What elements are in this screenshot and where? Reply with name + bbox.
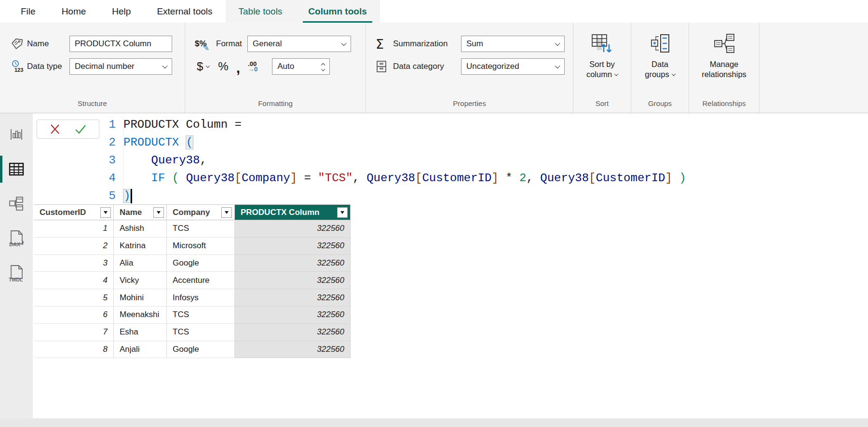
code-token [123,154,151,167]
currency-format-button[interactable]: $ [197,60,203,73]
column-header-productx-column[interactable]: PRODUCTX Column [235,205,351,220]
tab-table-tools[interactable]: Table tools [226,0,296,23]
table-row[interactable]: 5MohiniInfosys322560 [34,289,351,307]
summarization-label: Summarization [393,39,461,49]
table-cell[interactable]: Microsoft [167,238,235,255]
table-cell[interactable]: TCS [167,307,235,324]
table-cell[interactable]: Katrina [114,238,167,255]
table-cell[interactable]: Mohini [114,289,167,307]
code-token: Query38 [540,172,589,185]
data-category-dropdown[interactable]: Uncategorized [461,58,565,75]
table-cell[interactable]: 322560 [235,220,351,238]
percent-format-button[interactable]: % [218,60,228,73]
table-cell[interactable]: Accenture [167,272,235,289]
ribbon-group-groups: Data groups Groups [631,23,689,113]
table-cell[interactable]: 1 [34,220,114,238]
table-header-row: CustomerID Name Company PRODUCTX Column [34,205,351,220]
table-cell[interactable]: Vicky [114,272,167,289]
formula-line[interactable]: 3 Query38, [99,151,868,169]
table-cell[interactable]: 3 [34,255,114,272]
name-tag-icon [11,38,27,50]
column-header-company[interactable]: Company [167,205,235,220]
decimal-places-icon[interactable]: .00 →0 [248,61,258,72]
commit-formula-button[interactable] [74,123,87,135]
table-cell[interactable]: 322560 [235,324,351,341]
table-cell[interactable]: 322560 [235,307,351,324]
column-header-name[interactable]: Name [114,205,167,220]
cancel-formula-button[interactable] [49,123,61,135]
table-cell[interactable]: Ashish [114,220,167,238]
code-token: Company [242,172,290,185]
table-row[interactable]: 3AliaGoogle322560 [34,255,351,272]
column-name-input[interactable] [69,36,172,52]
filter-button[interactable] [100,207,111,218]
table-cell[interactable]: TCS [167,220,235,238]
table-cell[interactable]: 8 [34,341,114,359]
table-cell[interactable]: 322560 [235,289,351,307]
decimal-places-spinner[interactable]: Auto [272,58,330,75]
tmdl-view-icon: TMDL [7,264,26,283]
sort-by-column-button[interactable]: Sort by column [573,31,631,80]
currency-chevron-icon[interactable] [206,64,210,67]
tmdl-view-button[interactable]: TMDL [0,263,33,284]
ribbon-group-formatting: $% ✎ Format General $ % , .00 →0 Auto [185,23,366,113]
formula-line[interactable]: 1PRODUCTX Column = [99,116,868,133]
table-cell[interactable]: 322560 [235,238,351,255]
table-cell[interactable]: 322560 [235,341,351,359]
table-cell[interactable]: Alia [114,255,167,272]
table-cell[interactable]: 2 [34,238,114,255]
table-cell[interactable]: Esha [114,324,167,341]
code-token: * [499,172,519,185]
code-token: Query38 [366,172,415,185]
table-cell[interactable]: 322560 [235,255,351,272]
format-dropdown[interactable]: General [247,36,351,52]
table-row[interactable]: 6MeenakshiTCS322560 [34,307,351,324]
summarization-dropdown[interactable]: Sum [461,36,565,52]
table-cell[interactable]: Infosys [167,289,235,307]
filter-button[interactable] [337,207,348,218]
table-cell[interactable]: Google [167,255,235,272]
thousands-separator-button[interactable]: , [236,63,240,70]
filter-button[interactable] [221,207,232,218]
manage-relationships-button[interactable]: Manage relationships [689,31,759,80]
table-cell[interactable]: Google [167,341,235,359]
table-cell[interactable]: 4 [34,272,114,289]
model-view-icon [8,196,25,212]
dax-view-button[interactable]: DAX [0,228,33,249]
data-view-button[interactable] [0,159,33,180]
formula-bar: 1PRODUCTX Column =2PRODUCTX (3 Query38,4… [33,113,868,204]
filter-button[interactable] [153,207,164,218]
tab-file[interactable]: File [8,0,49,23]
code-token [165,172,172,185]
tab-external-tools[interactable]: External tools [144,0,225,23]
tab-home[interactable]: Home [49,0,99,23]
dax-formula-editor[interactable]: 1PRODUCTX Column =2PRODUCTX (3 Query38,4… [99,113,868,204]
tab-help[interactable]: Help [99,0,144,23]
data-groups-button[interactable]: Data groups [631,31,689,80]
table-row[interactable]: 1AshishTCS322560 [34,220,351,238]
table-cell[interactable]: Meenakshi [114,307,167,324]
formula-line[interactable]: 4 IF ( Query38[Company] = "TCS", Query38… [99,169,868,187]
table-cell[interactable]: 7 [34,324,114,341]
table-row[interactable]: 4VickyAccenture322560 [34,272,351,289]
table-row[interactable]: 7EshaTCS322560 [34,324,351,341]
data-type-dropdown[interactable]: Decimal number [69,58,172,75]
table-cell[interactable]: 5 [34,289,114,307]
line-number: 5 [99,189,116,202]
report-view-button[interactable] [0,124,33,145]
tab-column-tools[interactable]: Column tools [295,0,380,23]
ribbon-tab-bar: File Home Help External tools Table tool… [0,0,868,23]
table-cell[interactable]: 6 [34,307,114,324]
table-cell[interactable]: 322560 [235,272,351,289]
code-token: ( [186,136,193,149]
table-cell[interactable]: Anjali [114,341,167,359]
table-row[interactable]: 2KatrinaMicrosoft322560 [34,238,351,255]
formula-line[interactable]: 5) [99,187,868,205]
summarization-sigma-icon: Σ [376,37,393,52]
table-cell[interactable]: TCS [167,324,235,341]
formula-line[interactable]: 2PRODUCTX ( [99,133,868,151]
svg-text:DAX: DAX [9,241,21,247]
column-header-customerid[interactable]: CustomerID [34,205,114,220]
table-row[interactable]: 8AnjaliGoogle322560 [34,341,351,359]
model-view-button[interactable] [0,193,33,214]
